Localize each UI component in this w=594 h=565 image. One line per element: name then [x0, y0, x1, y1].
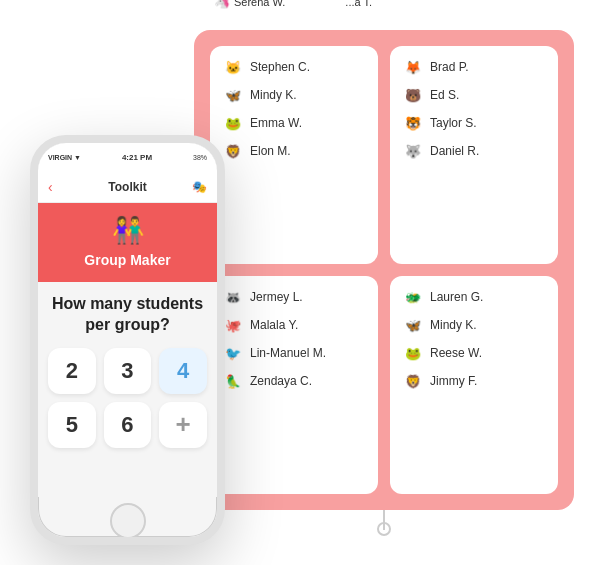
avatar-lauren: 🐲 [402, 286, 424, 308]
student-linmanuel: 🐦 Lin-Manuel M. [222, 342, 366, 364]
name-jimmy: Jimmy F. [430, 374, 477, 388]
student-emma: 🐸 Emma W. [222, 112, 366, 134]
name-jermey: Jermey L. [250, 290, 303, 304]
battery-label: 38% [193, 154, 207, 161]
avatar-reese: 🐸 [402, 342, 424, 364]
status-right: 38% [193, 154, 207, 161]
phone-nav-bar: ‹ Toolkit 🎭 [38, 171, 217, 203]
avatar-taylor: 🐯 [402, 112, 424, 134]
status-left: VIRGIN ▼ [48, 154, 81, 161]
top-hint-serena: 🦄 Serena W. [214, 0, 285, 9]
back-button[interactable]: ‹ [48, 179, 53, 195]
name-lauren: Lauren G. [430, 290, 483, 304]
phone-header: 👫 Group Maker [38, 203, 217, 282]
num-btn-5[interactable]: 5 [48, 402, 96, 448]
group-card-3: 🦝 Jermey L. 🐙 Malala Y. 🐦 Lin-Manuel M. … [210, 276, 378, 494]
scene: 🦄 Serena W. ...a T. 🐱 Stephen C. 🦋 Mindy… [0, 0, 594, 565]
group-card-4: 🐲 Lauren G. 🦋 Mindy K. 🐸 Reese W. 🦁 Jimm… [390, 276, 558, 494]
avatar-zendaya: 🦜 [222, 370, 244, 392]
num-btn-3[interactable]: 3 [104, 348, 152, 394]
carrier-label: VIRGIN ▼ [48, 154, 81, 161]
group-card-2: 🦊 Brad P. 🐻 Ed S. 🐯 Taylor S. 🐺 Daniel R… [390, 46, 558, 264]
nav-title: Toolkit [108, 180, 146, 194]
avatar-ed: 🐻 [402, 84, 424, 106]
student-mindy1: 🦋 Mindy K. [222, 84, 366, 106]
tablet-wrapper: 🦄 Serena W. ...a T. 🐱 Stephen C. 🦋 Mindy… [194, 30, 574, 510]
student-taylor: 🐯 Taylor S. [402, 112, 546, 134]
name-brad: Brad P. [430, 60, 468, 74]
name-emma: Emma W. [250, 116, 302, 130]
student-malala: 🐙 Malala Y. [222, 314, 366, 336]
number-grid[interactable]: 2 3 4 5 6 + [48, 348, 207, 448]
question-text: How many students per group? [48, 294, 207, 336]
student-reese: 🐸 Reese W. [402, 342, 546, 364]
student-brad: 🦊 Brad P. [402, 56, 546, 78]
top-hints: 🦄 Serena W. ...a T. [194, 0, 574, 9]
avatar-brad: 🦊 [402, 56, 424, 78]
nav-icon[interactable]: 🎭 [192, 180, 207, 194]
name-mindy2: Mindy K. [430, 318, 477, 332]
student-ed: 🐻 Ed S. [402, 84, 546, 106]
name-ed: Ed S. [430, 88, 459, 102]
name-daniel: Daniel R. [430, 144, 479, 158]
phone-screen: ‹ Toolkit 🎭 👫 Group Maker How many stude… [38, 171, 217, 497]
student-lauren: 🐲 Lauren G. [402, 286, 546, 308]
avatar-jermey: 🦝 [222, 286, 244, 308]
name-linmanuel: Lin-Manuel M. [250, 346, 326, 360]
clock-label: 4:21 PM [122, 153, 152, 162]
name-zendaya: Zendaya C. [250, 374, 312, 388]
student-mindy2: 🦋 Mindy K. [402, 314, 546, 336]
phone-wrapper: VIRGIN ▼ 4:21 PM 38% ‹ Toolkit 🎭 👫 Group… [30, 135, 225, 545]
num-btn-6[interactable]: 6 [104, 402, 152, 448]
student-jermey: 🦝 Jermey L. [222, 286, 366, 308]
group-maker-icon: 👫 [112, 215, 144, 246]
student-stephen: 🐱 Stephen C. [222, 56, 366, 78]
tablet-screen: 🐱 Stephen C. 🦋 Mindy K. 🐸 Emma W. 🦁 Elon… [194, 30, 574, 510]
name-mindy1: Mindy K. [250, 88, 297, 102]
num-btn-2[interactable]: 2 [48, 348, 96, 394]
student-daniel: 🐺 Daniel R. [402, 140, 546, 162]
avatar-stephen: 🐱 [222, 56, 244, 78]
phone-status-bar: VIRGIN ▼ 4:21 PM 38% [38, 143, 217, 171]
avatar-emma: 🐸 [222, 112, 244, 134]
avatar-jimmy: 🦁 [402, 370, 424, 392]
avatar-mindy2: 🦋 [402, 314, 424, 336]
name-reese: Reese W. [430, 346, 482, 360]
group-card-1: 🐱 Stephen C. 🦋 Mindy K. 🐸 Emma W. 🦁 Elon… [210, 46, 378, 264]
avatar-mindy1: 🦋 [222, 84, 244, 106]
phone-home-button[interactable] [110, 503, 146, 539]
avatar-malala: 🐙 [222, 314, 244, 336]
phone-outer: VIRGIN ▼ 4:21 PM 38% ‹ Toolkit 🎭 👫 Group… [30, 135, 225, 545]
top-hint-unknown: ...a T. [345, 0, 372, 9]
phone-body: How many students per group? 2 3 4 5 6 + [38, 282, 217, 497]
name-taylor: Taylor S. [430, 116, 477, 130]
avatar-elon: 🦁 [222, 140, 244, 162]
student-zendaya: 🦜 Zendaya C. [222, 370, 366, 392]
num-btn-plus[interactable]: + [159, 402, 207, 448]
student-jimmy: 🦁 Jimmy F. [402, 370, 546, 392]
name-malala: Malala Y. [250, 318, 298, 332]
name-elon: Elon M. [250, 144, 291, 158]
avatar-linmanuel: 🐦 [222, 342, 244, 364]
student-elon: 🦁 Elon M. [222, 140, 366, 162]
group-maker-title: Group Maker [84, 252, 170, 268]
avatar-daniel: 🐺 [402, 140, 424, 162]
num-btn-4[interactable]: 4 [159, 348, 207, 394]
name-stephen: Stephen C. [250, 60, 310, 74]
